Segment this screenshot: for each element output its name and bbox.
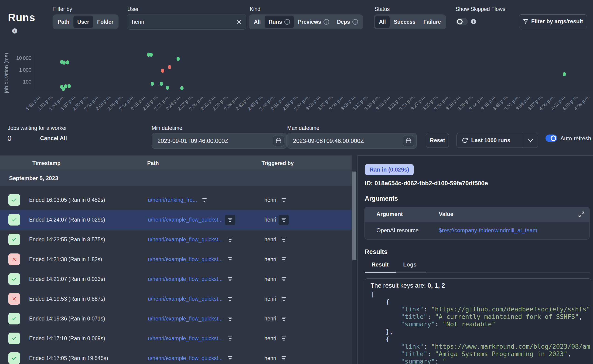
clear-user-filter-icon[interactable] [237, 20, 241, 24]
deps-info-icon[interactable]: i [352, 19, 358, 25]
kind-option-runs[interactable]: Runsi [265, 16, 294, 28]
filter-by-path-icon[interactable] [225, 333, 235, 344]
failure-icon [8, 254, 20, 265]
run-row[interactable]: Ended 14:23:55 (Ran in 8,575s)u/henri/ex… [0, 230, 352, 249]
run-path-link[interactable]: u/henri/example_flow_quickst... [148, 296, 223, 302]
run-row[interactable]: Ended 14:21:38 (Ran in 1,82s)u/henri/exa… [0, 249, 352, 269]
filter-by-path-icon[interactable] [225, 234, 235, 245]
run-row[interactable]: Ended 14:24:07 (Ran in 0,029s)u/henri/ex… [0, 210, 352, 230]
runs-info-icon[interactable]: i [284, 19, 290, 25]
run-path-link[interactable]: u/henri/example_flow_quickst... [148, 316, 223, 322]
arguments-title: Arguments [365, 195, 398, 202]
cancel-all-button[interactable]: Cancel All [40, 135, 67, 142]
filter-by-user-icon[interactable] [279, 274, 289, 284]
chart-point-success[interactable] [66, 60, 69, 65]
filter-by-option-path[interactable]: Path [54, 16, 73, 28]
run-row[interactable]: Ended 14:19:36 (Ran in 0,071s)u/henri/ex… [0, 309, 352, 329]
status-option-failure[interactable]: Failure [420, 16, 445, 28]
run-path-link[interactable]: u/henri/example_flow_quickst... [148, 276, 223, 282]
run-timestamp: Ended 14:21:38 (Ran in 1,82s) [29, 249, 102, 269]
chart-point-success[interactable] [150, 52, 153, 57]
min-datetime-value: 2023-09-01T09:46:00.000Z [158, 137, 228, 144]
max-datetime-input[interactable]: 2023-09-08T09:46:00.000Z [287, 133, 417, 149]
result-tabs: Result Logs [365, 260, 590, 273]
filter-by-args-button[interactable]: Filter by args/result [519, 14, 587, 28]
chart-point-failure[interactable] [168, 65, 171, 69]
run-path-link[interactable]: u/henri/example_flow_quickst... [148, 236, 223, 243]
auto-refresh-toggle[interactable] [546, 135, 557, 142]
chart-point-success[interactable] [177, 57, 180, 61]
filter-by-path-icon[interactable] [225, 353, 235, 364]
runs-info-icon[interactable]: i [12, 28, 17, 33]
min-datetime-input[interactable]: 2023-09-01T09:46:00.000Z [152, 133, 287, 149]
filter-by-path-icon[interactable] [199, 195, 210, 205]
run-row[interactable]: Ended 16:03:05 (Ran in 0,452s)u/henri/ra… [0, 190, 352, 210]
result-json: [ { "link": "https://github.com/deadbeef… [371, 291, 591, 364]
chart-point-success[interactable] [160, 82, 163, 86]
refresh-icon [462, 137, 468, 143]
run-timestamp: Ended 14:17:05 (Ran in 19,545s) [29, 348, 108, 364]
runs-table-header: Timestamp Path Triggered by [0, 156, 352, 171]
status-option-success[interactable]: Success [390, 16, 419, 28]
filter-by-user-icon[interactable] [279, 353, 289, 364]
chart-point-success[interactable] [62, 60, 66, 65]
filter-by-user-icon[interactable] [279, 314, 289, 324]
chart-point-success[interactable] [166, 86, 169, 90]
tab-logs[interactable]: Logs [403, 261, 416, 268]
run-timestamp: Ended 14:21:07 (Ran in 0,033s) [29, 269, 105, 289]
success-icon [8, 234, 20, 245]
tab-result[interactable]: Result [371, 261, 389, 268]
filter-by-user-icon[interactable] [279, 215, 289, 225]
reset-button[interactable]: Reset [426, 133, 449, 148]
filter-by-path-icon[interactable] [225, 274, 235, 284]
status-option-all[interactable]: All [375, 16, 390, 28]
kind-option-all[interactable]: All [250, 16, 265, 28]
table-scrollbar-thumb[interactable] [352, 171, 356, 260]
success-icon [8, 313, 20, 325]
chart-point-success[interactable] [180, 86, 184, 90]
show-skipped-toggle[interactable] [456, 18, 468, 25]
chart-point-success[interactable] [64, 84, 67, 88]
run-path-link[interactable]: u/henri/ranking_fre... [148, 197, 197, 203]
kind-option-previews[interactable]: Previewsi [294, 16, 333, 28]
run-path-link[interactable]: u/henri/example_flow_quickst... [148, 217, 223, 223]
filter-by-user-icon[interactable] [279, 234, 289, 245]
filter-by-path-icon[interactable] [225, 314, 235, 324]
filter-by-user-icon[interactable] [279, 333, 289, 344]
auto-refresh-label: Auto-refresh [560, 135, 591, 142]
max-datetime-value: 2023-09-08T09:46:00.000Z [293, 137, 364, 144]
chart-point-failure[interactable] [161, 69, 164, 73]
arg-value-link[interactable]: $res:f/company-folder/windmill_ai_team [439, 227, 537, 234]
y-tick-label: 10 000 [11, 55, 32, 61]
chart-point-success[interactable] [67, 84, 71, 88]
expand-args-icon[interactable] [578, 211, 585, 218]
run-row[interactable]: Ended 14:19:53 (Ran in 0,887s)u/henri/ex… [0, 289, 352, 309]
show-skipped-info-icon[interactable]: i [471, 19, 476, 24]
run-path-link[interactable]: u/henri/example_flow_quickst... [148, 256, 223, 262]
run-row[interactable]: Ended 14:17:05 (Ran in 19,545s)u/henri/e… [0, 348, 352, 364]
run-row[interactable]: Ended 14:17:10 (Ran in 0,069s)u/henri/ex… [0, 329, 352, 348]
run-triggered-by: henri [264, 276, 276, 282]
filter-by-path-icon[interactable] [225, 254, 235, 265]
filter-by-path-icon[interactable] [225, 294, 235, 304]
filter-by-user-icon[interactable] [279, 254, 289, 265]
user-filter-input[interactable]: henri [127, 14, 246, 30]
max-datetime-calendar-icon[interactable] [403, 135, 414, 146]
run-row[interactable]: Ended 14:21:07 (Ran in 0,033s)u/henri/ex… [0, 269, 352, 289]
run-id: ID: 018a654c-d062-fbb2-d100-59fa70df500e [365, 180, 488, 187]
chart-point-success[interactable] [151, 82, 154, 86]
success-icon [8, 273, 20, 285]
filter-by-option-folder[interactable]: Folder [93, 16, 117, 28]
last-runs-button[interactable]: Last 1000 runs [456, 133, 538, 148]
chart-point-success[interactable] [563, 72, 566, 76]
filter-by-user-icon[interactable] [279, 294, 289, 304]
chevron-down-icon[interactable] [528, 139, 533, 142]
filter-by-option-user[interactable]: User [73, 16, 93, 28]
filter-by-user-icon[interactable] [279, 195, 289, 205]
previews-info-icon[interactable]: i [323, 19, 329, 25]
kind-option-deps[interactable]: Depsi [333, 16, 362, 28]
min-datetime-calendar-icon[interactable] [273, 135, 284, 146]
run-path-link[interactable]: u/henri/example_flow_quickst... [148, 335, 223, 342]
run-path-link[interactable]: u/henri/example_flow_quickst... [148, 355, 223, 361]
filter-by-path-icon[interactable] [225, 215, 235, 225]
